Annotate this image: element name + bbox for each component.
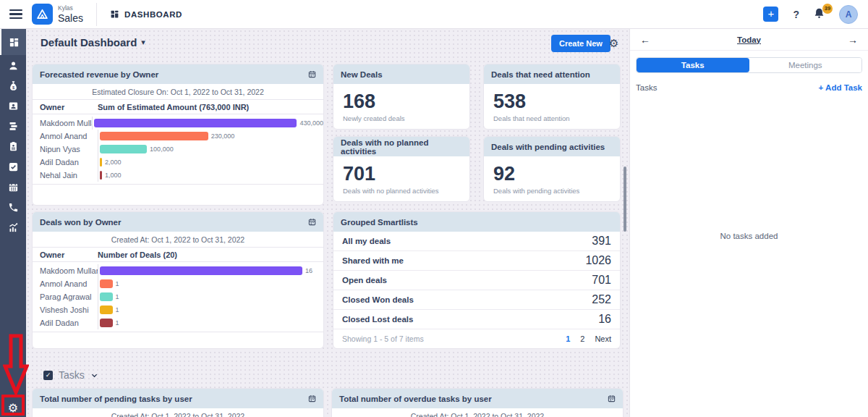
left-sidebar: $ ⚙: [0, 29, 26, 417]
bar-value-label: 16: [305, 267, 312, 274]
smartlist-count: 701: [592, 274, 611, 287]
column-header-owner: Owner: [33, 103, 98, 111]
sidebar-item-calls-phone[interactable]: [0, 197, 26, 217]
notifications-bell-icon[interactable]: 39: [814, 7, 825, 22]
tasks-section-toggle[interactable]: ✓ Tasks: [43, 369, 98, 381]
kpi-title: Deals with no planned activities: [341, 138, 462, 156]
smartlists-title: Grouped Smartlists: [341, 218, 418, 227]
bar-value-label: 1,000: [105, 172, 122, 179]
today-link[interactable]: Today: [737, 35, 761, 44]
smartlist-row[interactable]: Shared with me1026: [333, 251, 620, 271]
tasks-checkbox[interactable]: ✓: [43, 371, 53, 380]
add-task-button[interactable]: + Add Task: [819, 83, 862, 92]
smartlist-label: Closed Won deals: [342, 295, 414, 304]
smartlist-showing-text: Showing 1 - 5 of 7 items: [342, 334, 424, 343]
card-overdue-tasks: Total number of overdue tasks by userCre…: [331, 388, 624, 417]
calendar-icon[interactable]: [308, 218, 316, 226]
chart-date-filter: Created At: Oct 1, 2022 to Oct 31, 2022: [33, 232, 323, 247]
kpi-card-deals-that-need-attention: Deals that need attention538Deals that n…: [483, 64, 621, 130]
chart-row: Makdoom Mullani16: [33, 264, 323, 277]
chart-row: Vishesh Joshi1: [33, 303, 323, 316]
smartlist-count: 391: [592, 235, 611, 248]
reports-chart-icon: [8, 222, 19, 233]
chart-date-filter: Estimated Closure On: Oct 1, 2022 to Oct…: [33, 84, 323, 99]
smartlist-row[interactable]: Open deals701: [333, 271, 620, 290]
kpi-title: New Deals: [341, 70, 383, 79]
chart-title: Deals won by Owner: [40, 218, 121, 227]
activities-panel: ← Today → TasksMeetings Tasks + Add Task…: [629, 29, 868, 417]
smartlist-pagination: 12Next: [566, 334, 611, 343]
settings-gear-icon[interactable]: ⚙: [0, 401, 26, 415]
sidebar-item-deals-moneybag[interactable]: $: [0, 75, 26, 96]
kpi-subtitle: Deals with no planned activities: [343, 187, 469, 195]
chart-rows: Makdoom Mullani16Anmol Anand1Parag Agraw…: [33, 262, 323, 332]
column-header-value: Number of Deals (20): [98, 250, 323, 259]
chart-category-label: Makdoom Mullani: [33, 266, 98, 275]
companies-stack-icon: [8, 121, 19, 132]
create-new-button[interactable]: Create New: [551, 35, 610, 52]
bar-adil-dadan: [100, 319, 113, 327]
calendar-icon[interactable]: [308, 70, 316, 78]
chevron-down-icon: ▾: [141, 38, 145, 47]
tasks-list-label: Tasks: [636, 83, 657, 92]
sidebar-item-contacts-card[interactable]: [0, 96, 26, 116]
smartlist-row[interactable]: Closed Lost deals16: [333, 310, 620, 329]
chart-title: Forecasted revenue by Owner: [40, 70, 158, 79]
notification-badge: 39: [822, 4, 833, 14]
bottom-card-title: Total number of pending tasks by user: [40, 395, 192, 403]
calendar-icon[interactable]: [308, 395, 316, 403]
kpi-value: 701: [343, 163, 469, 185]
dashboard-selector[interactable]: Default Dashboard ▾: [41, 36, 145, 49]
user-avatar[interactable]: A: [839, 5, 858, 24]
deals-moneybag-icon: $: [8, 80, 19, 91]
pagination-2[interactable]: 2: [580, 334, 584, 343]
chart-row: Nipun Vyas100,000: [33, 143, 323, 156]
dashboard-grid-icon: [110, 9, 119, 19]
quick-create-button[interactable]: +: [763, 7, 778, 22]
nav-dashboard[interactable]: DASHBOARD: [110, 9, 182, 19]
bar-value-label: 1: [116, 293, 119, 300]
smartlist-row[interactable]: Closed Won deals252: [333, 290, 620, 310]
chart-row: Parag Agrawal1: [33, 290, 323, 303]
pagination-next[interactable]: Next: [595, 334, 611, 343]
smartlist-row[interactable]: All my deals391: [333, 232, 620, 251]
column-header-value: Sum of Estimated Amount (763,000 INR): [98, 103, 323, 111]
dashboard-settings-gear-icon[interactable]: ⚙: [609, 37, 618, 50]
bar-value-label: 2,000: [105, 159, 122, 166]
bar-adil-dadan: [100, 158, 102, 167]
kpi-subtitle: Deals with pending activities: [493, 187, 620, 195]
sidebar-item-tasks-checksquare[interactable]: [0, 156, 26, 177]
bar-value-label: 100,000: [150, 146, 174, 153]
chart-category-label: Anmol Anand: [33, 132, 98, 140]
chart-row: Anmol Anand1: [33, 277, 323, 290]
prev-day-arrow-icon[interactable]: ←: [640, 34, 650, 46]
sidebar-item-companies-stack[interactable]: [0, 116, 26, 136]
calendar-icon: [8, 182, 19, 193]
kpi-subtitle: Newly created deals: [343, 114, 469, 122]
kpi-value: 168: [343, 90, 469, 113]
next-day-arrow-icon[interactable]: →: [848, 34, 858, 46]
chevron-down-icon: [90, 371, 98, 379]
bar-value-label: 1: [116, 319, 119, 327]
sidebar-item-leads-person[interactable]: [0, 55, 26, 75]
tab-meetings[interactable]: Meetings: [749, 58, 862, 72]
chart-category-label: Adil Dadan: [33, 319, 98, 327]
chart-row: Nehal Jain1,000: [33, 169, 323, 182]
sidebar-item-quotes-clipboard[interactable]: [0, 136, 26, 156]
sidebar-item-dashboard-grid[interactable]: [0, 29, 26, 55]
bar-value-label: 230,000: [211, 132, 235, 140]
dashboard-grid-icon: [9, 37, 20, 48]
brand-name: Kylas Sales: [58, 5, 83, 23]
topbar-divider: [96, 3, 97, 26]
hamburger-menu-icon[interactable]: [9, 7, 22, 21]
quotes-clipboard-icon: [8, 141, 19, 152]
help-icon[interactable]: ?: [793, 9, 799, 20]
sidebar-item-calendar[interactable]: [0, 177, 26, 197]
pagination-1[interactable]: 1: [566, 334, 570, 343]
sidebar-item-reports-chart[interactable]: [0, 217, 26, 237]
calendar-icon[interactable]: [608, 395, 616, 403]
smartlist-count: 1026: [585, 254, 611, 267]
main-scrollbar-thumb[interactable]: [624, 167, 626, 232]
card-forecasted-revenue: Forecasted revenue by OwnerEstimated Clo…: [32, 64, 324, 206]
tab-tasks[interactable]: Tasks: [637, 58, 749, 72]
